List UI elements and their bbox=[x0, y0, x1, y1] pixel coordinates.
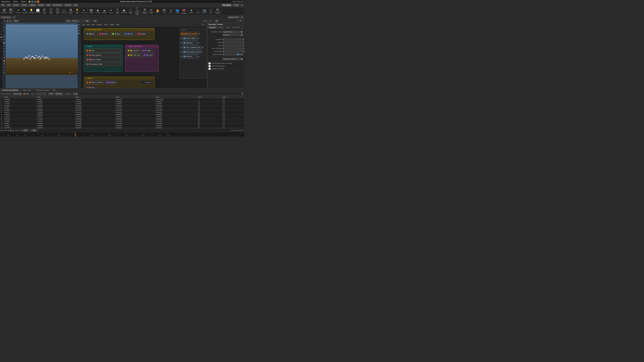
node-light3[interactable]: light3 bbox=[111, 32, 123, 36]
node-speed[interactable]: Speed bbox=[105, 81, 117, 84]
node-record-object[interactable]: Record_Object bbox=[182, 36, 198, 40]
workspace-mono[interactable]: Tim_Mono bbox=[222, 4, 232, 6]
ambient-light-icon[interactable]: ☀ Ambient Light bbox=[114, 7, 120, 15]
node-light1[interactable]: light1 bbox=[86, 32, 97, 36]
crowds-icon[interactable]: 👥 Crowds bbox=[174, 7, 180, 15]
tl-play-btn[interactable]: ▶ bbox=[10, 129, 12, 131]
add-scene-view[interactable]: + bbox=[12, 16, 16, 18]
vp-tool-4[interactable]: ⤢ bbox=[3, 32, 6, 35]
add-bottom-tab[interactable]: + bbox=[52, 89, 56, 91]
node-thruster[interactable]: Thruster_F bbox=[141, 81, 153, 84]
col-class[interactable]: class bbox=[155, 96, 197, 98]
node-cars[interactable]: Cars bbox=[86, 49, 121, 52]
col-test[interactable]: test(l bbox=[222, 96, 244, 98]
frame-display[interactable]: 895 bbox=[22, 129, 29, 132]
prop-settings-btn[interactable]: ⚙ bbox=[238, 20, 239, 22]
select-tool[interactable]: ↖ bbox=[0, 20, 2, 22]
add-workspace[interactable]: + bbox=[240, 4, 244, 6]
wireframe-btn[interactable]: ⊡ bbox=[3, 20, 6, 22]
menu-render[interactable]: Render bbox=[12, 4, 20, 6]
ne-view[interactable]: View bbox=[91, 24, 95, 26]
menu-help[interactable]: Help bbox=[46, 4, 51, 6]
mesh-light-icon[interactable]: ◻ Mesh Light bbox=[61, 7, 67, 15]
scene-view-icon[interactable]: 🎬 Scene View bbox=[1, 7, 8, 15]
node-flightcam-chops[interactable]: FlightCam_CHOPS bbox=[180, 32, 198, 36]
rot-order-select[interactable]: Rx By Rz bbox=[222, 34, 243, 36]
node-flightcam[interactable]: FlightCam bbox=[182, 41, 198, 45]
pivot-ry[interactable] bbox=[243, 50, 244, 53]
vp-tool-15[interactable]: ⊛ bbox=[3, 65, 6, 68]
caustic-light-icon[interactable]: ∿ Caustic Light bbox=[127, 7, 134, 15]
transform-order-select[interactable]: Scale Rot Trans bbox=[222, 31, 243, 33]
node-pilot-lookdev-cam[interactable]: Pilot_LookDev_CAM bbox=[182, 50, 201, 54]
vcam-icon[interactable]: 📹 VCamera bbox=[201, 7, 208, 15]
pivot-tx[interactable] bbox=[222, 47, 242, 50]
scale-x[interactable] bbox=[222, 44, 242, 46]
scale-y[interactable] bbox=[243, 44, 244, 46]
node-light5[interactable]: light5 bbox=[136, 32, 148, 36]
node-crowd[interactable]: Crowd bbox=[142, 53, 154, 57]
prop-fwd-btn[interactable]: ► bbox=[210, 20, 212, 22]
vp-tool-1[interactable]: ↖ bbox=[3, 23, 6, 26]
node-lookdevdome[interactable]: LookDev_DOME bbox=[86, 62, 121, 66]
import-icon[interactable]: ↓ Import bbox=[195, 7, 201, 15]
node-light4[interactable]: light4 bbox=[124, 32, 136, 36]
rotate-x[interactable] bbox=[222, 41, 242, 43]
tab-geo-spreadsheet[interactable]: Geometry Spreadsheet bbox=[1, 89, 20, 91]
daysky-light-icon[interactable]: 🌤 Day Sky Light bbox=[68, 7, 74, 15]
node-dot-2[interactable] bbox=[25, 93, 27, 95]
stitch-icon[interactable]: ✂ Stitch bbox=[208, 7, 214, 15]
container-tools-icon[interactable]: 🗂 Container Tools bbox=[148, 7, 154, 15]
ne-tab-obj[interactable]: obj bbox=[84, 19, 90, 22]
transform-tool[interactable]: ✥ bbox=[0, 22, 2, 25]
populate-icon[interactable]: ⊞ Populate Containers bbox=[142, 7, 148, 15]
menu-file[interactable]: File bbox=[1, 4, 5, 6]
ne-zoom-fit[interactable]: ⊡ bbox=[202, 20, 204, 22]
prop-tab-redshift[interactable]: Redshift OBJ bbox=[231, 26, 242, 29]
vp-tool-9[interactable]: ⊡ bbox=[3, 47, 6, 50]
instant-light-icon[interactable]: ⚡ Instant Light bbox=[74, 7, 80, 15]
holdout-icon[interactable]: ◈ Holdout bbox=[188, 7, 194, 15]
pivot-ty[interactable] bbox=[243, 47, 244, 50]
gamecam-icon[interactable]: 🎮 Gamepad Camera bbox=[214, 7, 221, 15]
uniform-scale-input[interactable] bbox=[222, 53, 236, 56]
vp-tool-8[interactable]: ⊕ bbox=[3, 44, 6, 47]
prop-close-btn[interactable]: ✕ bbox=[242, 20, 244, 22]
pivot-rx[interactable] bbox=[222, 50, 242, 53]
prop-back-btn[interactable]: ◄ bbox=[208, 20, 210, 22]
cam-dropdown[interactable]: No cam... bbox=[72, 20, 80, 22]
ne-tools[interactable]: Tools bbox=[103, 24, 108, 26]
render-view-icon[interactable]: 📷 Render View bbox=[8, 7, 14, 15]
workspace-main[interactable]: ◊ Main bbox=[232, 4, 240, 6]
tab-python-shell[interactable]: Python Shell bbox=[21, 89, 33, 91]
vp-tool-10[interactable]: ⊞ bbox=[3, 50, 6, 53]
app-icon-1[interactable]: 📁 bbox=[28, 0, 31, 3]
handle-tool[interactable]: ⊕ bbox=[0, 30, 2, 33]
rotate-y[interactable] bbox=[243, 41, 244, 43]
menu-assets[interactable]: Assets bbox=[21, 4, 28, 6]
area-light-icon[interactable]: ⬜ Area Light bbox=[35, 7, 41, 15]
col-cd0[interactable]: Cd[0] bbox=[4, 96, 36, 98]
prop-obj-path[interactable]: obj bbox=[215, 20, 218, 22]
camera-icon[interactable]: 📷 Camera bbox=[88, 7, 94, 15]
fluid-containers-icon[interactable]: ⬡ Fluid Containers Caustic Light bbox=[134, 7, 140, 15]
ne-edit[interactable]: Edit bbox=[86, 24, 90, 26]
vp-tool-12[interactable]: 📌 bbox=[3, 56, 6, 59]
viewport-canvas[interactable]: ↖ ✥ ↻ ⤢ ◉ 👁 🦾 ⊕ ⊡ ⊞ ⟲ 📌 🔒 ⊠ ⊛ ◎ ⊟ bbox=[3, 23, 80, 88]
app-icon-2[interactable]: 🌐 bbox=[31, 0, 34, 3]
ne-help[interactable]: Help bbox=[116, 24, 120, 26]
menu-edit[interactable]: Edit bbox=[6, 4, 11, 6]
prop-search-btn[interactable]: 🔍 bbox=[240, 20, 242, 22]
translate-x[interactable] bbox=[222, 38, 242, 40]
node-roofcam[interactable]: RoofCam bbox=[182, 55, 198, 58]
node-shipchops[interactable]: Ship_A_CHOPS bbox=[86, 81, 104, 84]
col-cd3[interactable]: Cd[3] bbox=[115, 96, 155, 98]
tl-forward-btn[interactable]: ► bbox=[13, 129, 15, 131]
ne-camera[interactable]: Camera bbox=[96, 24, 103, 26]
gi-light-icon[interactable]: ✦ GI Light bbox=[108, 7, 114, 15]
vp-tool-17[interactable]: ⊟ bbox=[3, 71, 6, 74]
vp-tool-16[interactable]: ◎ bbox=[3, 68, 6, 71]
env-light-icon[interactable]: ☀ Env Light bbox=[15, 7, 22, 15]
vp-tool-6[interactable]: 👁 bbox=[3, 38, 6, 41]
node-carscifi[interactable]: CarsSciF bbox=[126, 49, 140, 52]
